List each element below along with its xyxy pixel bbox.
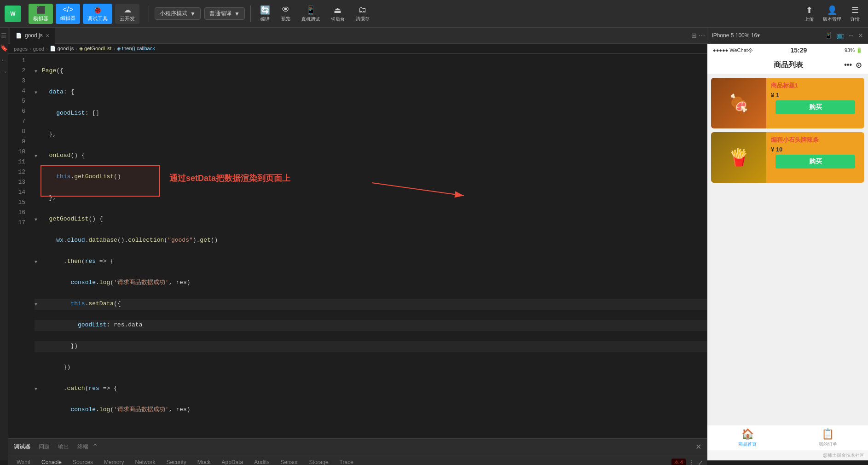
phone-frame: ●●●●● WeChat令 15:29 93% 🔋 商品列表 ••• ⊙ [707,44,868,460]
editor-area: 📄 good.js ✕ ⊞ ⋯ pages › good › 📄 good.js… [8,28,707,438]
upload-btn[interactable]: ⬆ 上传 [801,3,817,24]
device-bar: iPhone 5 100% 16▾ 📱 📺 ↔ ✕ [707,28,868,44]
editor-icon: </> [63,6,73,14]
product-info-2: 编程小石头牌辣条 ¥ 10 购买 [766,132,864,183]
product-image-1: 🍖 [711,78,766,128]
main-area: ☰ 🔖 ← → 📄 good.js ✕ ⊞ ⋯ pages [0,28,868,460]
buy-btn-1[interactable]: 购买 [775,100,856,114]
cloud-icon: ☁ [124,6,131,14]
fold-arrow-8[interactable]: ▼ [35,214,42,225]
devtools-close-btn[interactable]: ✕ [695,442,701,451]
fold-arrow-1[interactable]: ▼ [35,66,42,77]
devtools-more-btn[interactable]: ⋮ [689,459,695,465]
clear-cache-icon: 🗂 [359,5,367,15]
code-editor[interactable]: 12345 678910 1112131415 1617 ▼Page({ ▼ d… [8,54,707,438]
devtools-tab-actions: ⚠ 4 ⋮ ⤢ [671,459,703,465]
cut-backend-btn[interactable]: ⏏ 切后台 [327,3,348,24]
more-options-btn[interactable]: ⋯ [699,32,705,39]
product-card-2-container: 🍟 编程小石头牌辣条 ¥ 10 购买 [707,132,868,183]
code-content[interactable]: ▼Page({ ▼ data: { goodList: [] }, ▼ onLo… [29,54,707,438]
cut-backend-icon: ⏏ [334,5,341,15]
fold-arrow-10[interactable]: ▼ [35,256,42,267]
sidebar-icon-bookmark[interactable]: 🔖 [0,44,8,52]
simulator-btn[interactable]: ⬛ 模拟器 [29,4,53,24]
editor-btn[interactable]: </> 编辑器 [56,4,80,24]
devtools-terminal: 终端 [77,443,88,451]
device-close-icon[interactable]: ✕ [858,32,863,39]
phone-bottom-bar: 🏠 商品首页 📋 我的订单 [707,425,868,450]
compile-dropdown[interactable]: 普通编译 ▼ [204,7,245,20]
devtools-btn[interactable]: 🐞 调试工具 [83,4,112,24]
fold-arrow-12[interactable]: ▼ [35,299,42,310]
product-image-2: 🍟 [711,132,766,183]
tab-close-btn[interactable]: ✕ [46,33,49,38]
nav-more-icon[interactable]: ••• [844,61,852,70]
toolbar-sep-1 [149,6,149,22]
devtools-icon: 🐞 [93,6,102,14]
product-card-2: 🍟 编程小石头牌辣条 ¥ 10 购买 [711,132,864,183]
fold-arrow-2[interactable]: ▼ [35,87,42,98]
editor-devtools-container: 📄 good.js ✕ ⊞ ⋯ pages › good › 📄 good.js… [8,28,707,460]
error-badge: ⚠ 4 [671,459,686,465]
sidebar-icon-menu[interactable]: ☰ [1,32,7,40]
device-screen-icon[interactable]: 📺 [836,32,844,39]
tab-sources[interactable]: Sources [68,457,98,465]
cloud-btn[interactable]: ☁ 云开发 [115,4,139,24]
detail-icon: ☰ [851,5,859,15]
home-icon: 🏠 [741,428,754,440]
sidebar-icon-back[interactable]: ← [1,56,7,64]
detail-btn[interactable]: ☰ 详情 [847,3,863,24]
tab-actions: ⊞ ⋯ [691,32,705,39]
tab-security[interactable]: Security [162,457,191,465]
product-card-1: 🍖 商品标题1 ¥ 1 购买 [711,78,864,128]
devtools-tabs: Wxml Console Sources Memory Network Secu… [8,455,707,465]
tab-good-js[interactable]: 📄 good.js ✕ [10,28,55,44]
device-rotate-icon[interactable]: ↔ [848,32,854,39]
refresh-btn[interactable]: 🔄 编译 [256,3,274,24]
tab-console[interactable]: Console [37,457,66,465]
tab-mock[interactable]: Mock [193,457,215,465]
toolbar-right: ⬆ 上传 👤 版本管理 ☰ 详情 [801,3,863,24]
device-phone-icon[interactable]: 📱 [825,32,833,39]
buy-btn-2[interactable]: 购买 [775,155,856,169]
sidebar-icon-forward[interactable]: → [1,68,7,76]
real-debug-icon: 📱 [306,5,316,15]
product-title-2: 编程小石头牌辣条 [771,136,860,144]
tab-appdata[interactable]: AppData [217,457,248,465]
watermark: @稀土掘金技术社区 [707,450,868,460]
bottom-tab-home[interactable]: 🏠 商品首页 [707,428,788,448]
tab-storage[interactable]: Storage [305,457,333,465]
mode-dropdown[interactable]: 小程序模式 ▼ [155,7,201,20]
tab-wxml[interactable]: Wxml [12,457,35,465]
devtools-output: 输出 [58,443,69,451]
tab-network[interactable]: Network [130,457,160,465]
breadcrumb: pages › good › 📄 good.js › ◈ getGoodList… [8,44,707,54]
fold-arrow-16[interactable]: ▼ [35,384,42,395]
fold-arrow-5[interactable]: ▼ [35,151,42,162]
product-emoji-1: 🍖 [729,93,749,113]
split-editor-btn[interactable]: ⊞ [691,32,697,39]
orders-icon: 📋 [822,428,834,440]
app-logo: W [5,6,21,22]
main-btn-group: ⬛ 模拟器 </> 编辑器 🐞 调试工具 ☁ 云开发 [29,4,139,24]
devtools-minimize-btn[interactable]: ⌃ [92,442,98,451]
right-panel: iPhone 5 100% 16▾ 📱 📺 ↔ ✕ ●●●●● WeChat令 … [707,28,868,460]
product-price-1: ¥ 1 [771,92,860,99]
devtools-expand-btn[interactable]: ⤢ [698,459,703,465]
device-icons: 📱 📺 ↔ ✕ [825,32,863,39]
tab-sensor[interactable]: Sensor [276,457,303,465]
tab-bar: 📄 good.js ✕ ⊞ ⋯ [8,28,707,44]
clear-cache-btn[interactable]: 🗂 清缓存 [352,3,373,24]
product-price-2: ¥ 10 [771,146,860,153]
preview-btn[interactable]: 👁 预览 [278,3,294,24]
refresh-icon: 🔄 [260,5,270,15]
tab-memory[interactable]: Memory [99,457,128,465]
tab-audits[interactable]: Audits [249,457,274,465]
tab-trace[interactable]: Trace [335,457,358,465]
real-debug-btn[interactable]: 📱 真机调试 [298,3,324,24]
toolbar-sep-2 [250,6,251,22]
file-icon: 📄 [16,33,22,39]
bottom-tab-orders[interactable]: 📋 我的订单 [788,428,868,448]
version-btn[interactable]: 👤 版本管理 [819,3,845,24]
nav-close-icon[interactable]: ⊙ [856,61,862,70]
